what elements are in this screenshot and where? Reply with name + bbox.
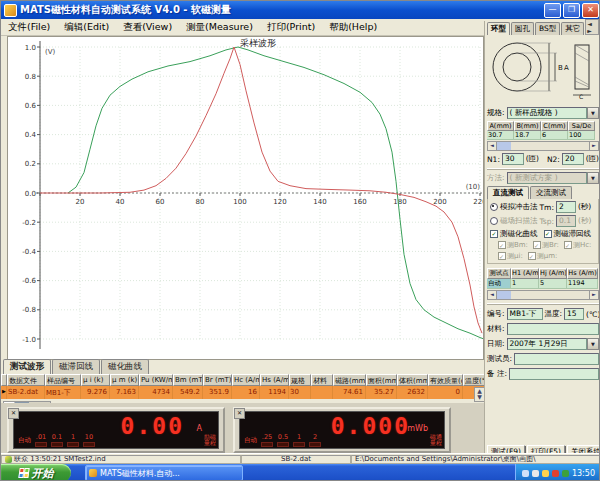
shape-tab-其它[interactable]: 其它 <box>561 22 584 35</box>
test-tab-直流测试[interactable]: 直流测试 <box>487 186 529 199</box>
menu-item-1[interactable]: 编辑(Edit) <box>57 21 116 34</box>
scroll-left-icon[interactable]: ◄ <box>488 291 497 299</box>
results-col-header-0[interactable]: 数据文件 <box>7 374 45 386</box>
results-col-header-3[interactable]: μ m (k) <box>110 374 139 386</box>
scroll-down-icon[interactable]: ▼ <box>475 394 484 400</box>
minimize-icon[interactable]: — <box>544 3 561 18</box>
results-col-header-12[interactable]: 面积(mm^2) <box>366 374 397 386</box>
meter-screen: 0.00A自动.010.1110励磁 量程 <box>13 411 219 449</box>
sub-checkbox-icon[interactable]: ✓ <box>528 252 536 260</box>
meter-auto-button[interactable]: 自动 <box>18 436 31 445</box>
results-col-header-8[interactable]: Hs (A/m) <box>260 374 289 386</box>
tray-icon-2[interactable] <box>532 470 539 477</box>
shape-tab-BS型[interactable]: BS型 <box>535 22 560 35</box>
x-tick-label: 60 <box>156 198 165 206</box>
meter-range-button-2[interactable]: 2 <box>309 433 321 447</box>
meter-range-button-0.1[interactable]: 0.1 <box>51 433 63 447</box>
n2-input[interactable]: 20 <box>562 153 584 165</box>
material-input[interactable] <box>507 323 599 335</box>
results-col-header-14[interactable]: 有效质量(g) <box>428 374 463 386</box>
scroll-thumb[interactable] <box>497 142 511 150</box>
sub-checkbox-icon[interactable]: ✓ <box>498 252 506 260</box>
tester-input[interactable] <box>514 353 599 365</box>
meter-range-button-10[interactable]: 10 <box>83 433 95 447</box>
meter-close-icon[interactable]: ✕ <box>8 408 19 419</box>
start-button[interactable]: 开始 <box>1 464 71 481</box>
meter-range-button-1[interactable]: 1 <box>293 433 305 447</box>
close-icon[interactable]: ✕ <box>582 3 599 18</box>
results-col-header-1[interactable]: 样品编号 <box>45 374 81 386</box>
hysteresis-loop-checkbox[interactable]: ✓ <box>544 230 552 238</box>
hysteresis-loop-label: 测磁滞回线 <box>554 229 592 239</box>
results-col-header-5[interactable]: Bm (mT) <box>173 374 203 386</box>
tsp-input: 0.1 <box>556 215 576 227</box>
results-table-row[interactable]: ▶SB-2.datMB1-下9.2767.1634734549.2351.916… <box>1 386 485 399</box>
date-dropdown[interactable]: 2007年 1月29日 ▼ <box>507 338 599 350</box>
meter-range-button-1[interactable]: 1 <box>67 433 79 447</box>
results-tab-磁化曲线[interactable]: 磁化曲线 <box>101 359 149 374</box>
meter-controls: 自动.010.1110励磁 量程 <box>18 434 216 446</box>
date-label: 日期: <box>487 339 505 349</box>
scroll-right-icon[interactable]: ► <box>589 142 598 150</box>
chevron-down-icon[interactable]: ▼ <box>587 338 599 350</box>
scroll-thumb[interactable] <box>497 291 511 299</box>
magnetization-curve-checkbox[interactable]: ✓ <box>490 230 498 238</box>
meter-close-icon[interactable]: ✕ <box>234 408 245 419</box>
dimension-table-header: A(mm)B(mm)C(mm)Sa/De <box>487 121 599 131</box>
menu-item-2[interactable]: 查看(View) <box>116 21 179 34</box>
x-tick-label: 220 <box>473 198 483 206</box>
temperature-input[interactable]: 15 <box>564 308 584 320</box>
results-col-header-10[interactable]: 材料 <box>311 374 333 386</box>
test-tab-交流测试[interactable]: 交流测试 <box>530 186 572 199</box>
sub-checkbox-icon[interactable]: ✓ <box>498 241 506 249</box>
maximize-icon[interactable]: ❐ <box>563 3 580 18</box>
tm-input[interactable]: 2 <box>556 201 576 213</box>
shape-tab-环型[interactable]: 环型 <box>487 22 510 35</box>
tray-icon-1[interactable] <box>522 470 529 477</box>
spec-dropdown[interactable]: ( 新样品规格 ) ▼ <box>507 107 599 119</box>
results-col-header-2[interactable]: μ i (k) <box>81 374 110 386</box>
menu-item-3[interactable]: 测量(Measure) <box>179 21 260 34</box>
meter-range-button-0.5[interactable]: 0.5 <box>277 433 289 447</box>
date-value: 2007年 1月29日 <box>507 338 587 350</box>
test-point-row[interactable]: 自动151194 <box>487 279 599 289</box>
tray-icon-4[interactable] <box>552 470 559 477</box>
chevron-down-icon[interactable]: ▼ <box>587 107 599 119</box>
n1-input[interactable]: 30 <box>502 153 524 165</box>
results-col-header-9[interactable]: 规格 <box>289 374 311 386</box>
meter-range-led <box>309 442 321 447</box>
results-col-header-11[interactable]: 磁路(mm) <box>333 374 366 386</box>
results-col-header-13[interactable]: 体积(mm^3) <box>397 374 428 386</box>
taskbar-task-button[interactable]: MATS磁性材料.自动... <box>85 465 243 481</box>
status-app-icon <box>5 456 12 463</box>
meter-range-button-.01[interactable]: .01 <box>35 433 47 447</box>
meter-range-button-.25[interactable]: .25 <box>261 433 273 447</box>
scroll-left-icon[interactable]: ◄ <box>488 142 497 150</box>
menu-item-0[interactable]: 文件(File) <box>1 21 57 34</box>
tray-clock[interactable]: 13:50 <box>572 469 595 478</box>
dimension-table-row[interactable]: 30.718.76100 <box>487 131 599 140</box>
results-tab-磁滞回线[interactable]: 磁滞回线 <box>52 359 100 374</box>
shape-tab-scroll[interactable]: ◄ ► <box>585 19 599 35</box>
dimension-hscrollbar[interactable]: ◄ ► <box>487 141 599 151</box>
sample-id-input[interactable]: MB1-下 <box>507 308 543 320</box>
scroll-right-icon[interactable]: ► <box>589 291 598 299</box>
results-tab-测试波形[interactable]: 测试波形 <box>3 359 51 375</box>
menu-item-4[interactable]: 打印(Print) <box>260 21 322 34</box>
tray-icon-3[interactable] <box>542 470 549 477</box>
results-col-header-15[interactable]: 温度(℃) <box>463 374 485 386</box>
task-app-icon <box>89 469 97 477</box>
shape-tab-圆孔[interactable]: 圆孔 <box>511 22 534 35</box>
note-input[interactable] <box>509 368 599 380</box>
test-point-hscrollbar[interactable]: ◄ ► <box>487 290 599 300</box>
sub-checkbox-icon[interactable]: ✓ <box>533 241 541 249</box>
results-col-header-7[interactable]: Hc (A/m) <box>232 374 260 386</box>
impulse-method-radio[interactable] <box>490 203 498 211</box>
meter-auto-button[interactable]: 自动 <box>244 436 257 445</box>
tray-icon-5[interactable] <box>562 470 569 477</box>
results-col-header-4[interactable]: Pu (KW/m3) <box>139 374 173 386</box>
sub-checkbox-icon[interactable]: ✓ <box>564 241 572 249</box>
sweep-method-radio[interactable] <box>490 217 498 225</box>
results-col-header-6[interactable]: Br (mT) <box>203 374 232 386</box>
menu-item-5[interactable]: 帮助(Help) <box>322 21 384 34</box>
